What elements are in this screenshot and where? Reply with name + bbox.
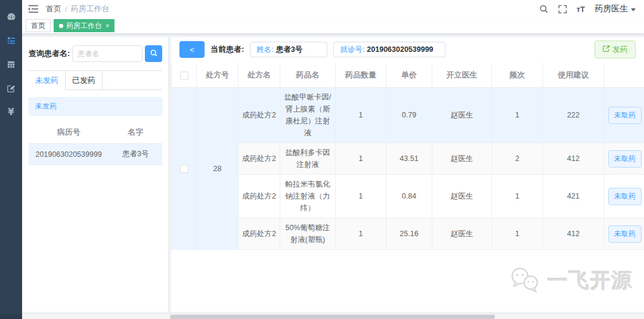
name-value: 患者3号 xyxy=(276,45,302,55)
pharmacy-workbench-app: ¥ 首页 / 药房工作台 тT 药房医生 xyxy=(0,0,644,319)
dispensing-panel: < 当前患者: 姓名: 患者3号 就诊号: 2019063020539999 xyxy=(171,37,644,312)
drug-qty: 1 xyxy=(336,88,386,143)
tag-home[interactable]: 首页 xyxy=(26,19,51,32)
top-navbar: 首页 / 药房工作台 тT 药房医生 xyxy=(22,0,644,18)
status-button[interactable]: 未取药 xyxy=(608,188,642,205)
col-actions xyxy=(604,63,644,88)
rx-type: 成药处方2 xyxy=(239,218,280,250)
column-header-name: 名字 xyxy=(109,122,162,144)
sidebar-item-fees[interactable]: ¥ xyxy=(0,100,22,124)
breadcrumb-home[interactable]: 首页 xyxy=(46,4,61,14)
font-size-icon[interactable]: тT xyxy=(577,5,585,14)
patient-name-input[interactable] xyxy=(72,45,143,62)
group-checkbox[interactable] xyxy=(180,165,188,173)
advice: 412 xyxy=(543,143,604,175)
user-dropdown[interactable]: 药房医生 xyxy=(595,4,636,14)
sidebar-item-table[interactable] xyxy=(0,52,22,76)
unit-price: 43.51 xyxy=(386,143,432,175)
col-doctor: 开立医生 xyxy=(432,63,492,88)
advice: 222 xyxy=(543,88,604,143)
current-patient-label: 当前患者: xyxy=(210,44,244,55)
dispense-label: 发药 xyxy=(612,44,628,55)
sidebar: ¥ xyxy=(0,0,22,314)
dashboard-icon xyxy=(7,12,16,21)
rx-type: 成药处方2 xyxy=(239,175,280,218)
collapse-sidebar-icon[interactable] xyxy=(28,4,39,14)
scrollbar-thumb[interactable] xyxy=(170,315,495,319)
sidebar-item-dashboard[interactable] xyxy=(0,5,22,29)
status-button[interactable]: 未取药 xyxy=(608,225,642,243)
drug-name: 帕拉米韦氯化钠注射液（力纬） xyxy=(280,175,336,218)
fullscreen-icon[interactable] xyxy=(558,5,567,14)
frequency: 1 xyxy=(492,175,543,218)
tags-view-bar: 首页 药房工作台 × xyxy=(22,18,644,34)
rx-header-row: 处方号 处方名 药品名 药品数量 单价 开立医生 频次 使用建议 xyxy=(172,63,644,88)
tab-undispensed[interactable]: 未发药 xyxy=(29,71,66,90)
dispense-status-tabs: 未发药 已发药 xyxy=(29,70,162,90)
close-icon[interactable]: × xyxy=(106,23,109,29)
search-icon xyxy=(150,49,158,59)
col-rx-no: 处方号 xyxy=(197,63,239,88)
frequency: 1 xyxy=(492,218,543,250)
rx-type: 成药处方2 xyxy=(239,88,280,143)
drug-qty: 1 xyxy=(336,175,386,218)
yen-icon: ¥ xyxy=(8,107,14,117)
chat-bubbles-icon xyxy=(508,266,543,295)
rx-row-2[interactable]: 成药处方2 盐酸利多卡因注射液 1 43.51 赵医生 2 412 未取药 xyxy=(172,143,644,175)
rx-no: 28 xyxy=(197,88,239,250)
current-patient-bar: < 当前患者: 姓名: 患者3号 就诊号: 2019063020539999 xyxy=(171,37,644,62)
col-drug-qty: 药品数量 xyxy=(336,63,386,88)
visit-value: 2019063020539999 xyxy=(367,45,433,54)
rx-row-3[interactable]: 成药处方2 帕拉米韦氯化钠注射液（力纬） 1 0.84 赵医生 1 421 未取… xyxy=(172,175,644,218)
tab-dispensed[interactable]: 已发药 xyxy=(66,71,103,90)
tag-pharmacy-workbench[interactable]: 药房工作台 × xyxy=(54,19,114,32)
rx-row-4[interactable]: 成药处方2 50%葡萄糖注射液(塑瓶) 1 25.16 赵医生 1 412 未取… xyxy=(172,218,644,250)
patient-list-table: 病历号 名字 2019063020539999 患者3号 xyxy=(29,122,162,165)
prescription-table-wrap: 处方号 处方名 药品名 药品数量 单价 开立医生 频次 使用建议 xyxy=(171,63,644,250)
col-rx-name: 处方名 xyxy=(239,63,280,88)
user-name: 药房医生 xyxy=(595,4,628,14)
doctor: 赵医生 xyxy=(432,218,492,250)
search-icon[interactable] xyxy=(539,4,549,14)
advice: 412 xyxy=(543,218,604,250)
patient-search-button[interactable] xyxy=(145,45,162,62)
col-unit-price: 单价 xyxy=(386,63,432,88)
tag-pharmacy-label: 药房工作台 xyxy=(66,21,102,31)
breadcrumb: 首页 / 药房工作台 xyxy=(46,4,110,14)
sidebar-item-worklist[interactable] xyxy=(0,29,22,52)
status-button[interactable]: 未取药 xyxy=(608,150,642,168)
watermark-text: 一飞开源 xyxy=(547,267,633,295)
status-button[interactable]: 未取药 xyxy=(608,107,642,124)
undispensed-banner: 未发药 xyxy=(29,97,162,116)
drug-name: 盐酸甲哌卡因/肾上腺素（斯康杜尼）注射液 xyxy=(280,88,336,143)
dispense-button[interactable]: 发药 xyxy=(595,41,636,58)
watermark: 一飞开源 xyxy=(508,266,633,295)
prescription-table: 处方号 处方名 药品名 药品数量 单价 开立医生 频次 使用建议 xyxy=(171,63,644,250)
select-all-checkbox[interactable] xyxy=(180,72,188,80)
col-frequency: 频次 xyxy=(492,63,543,88)
patient-name: 患者3号 xyxy=(109,144,162,165)
active-dot-icon xyxy=(59,24,63,28)
patient-record-no: 2019063020539999 xyxy=(29,144,109,165)
sidebar-item-edit[interactable] xyxy=(0,76,22,100)
visit-no-box: 就诊号: 2019063020539999 xyxy=(333,42,445,57)
patient-query-panel: 查询患者名: 未发药 已发药 未发药 xyxy=(23,37,169,312)
unit-price: 25.16 xyxy=(386,218,432,250)
patient-name-box: 姓名: 患者3号 xyxy=(250,42,327,57)
drug-qty: 1 xyxy=(336,218,386,250)
content-area: 查询患者名: 未发药 已发药 未发药 xyxy=(22,34,644,319)
advice: 421 xyxy=(543,175,604,218)
patient-row[interactable]: 2019063020539999 患者3号 xyxy=(29,144,162,165)
drug-name: 50%葡萄糖注射液(塑瓶) xyxy=(280,218,336,250)
visit-key: 就诊号: xyxy=(340,45,364,55)
worklist-icon xyxy=(7,36,16,45)
horizontal-scrollbar[interactable] xyxy=(22,314,644,319)
rx-row-1[interactable]: 28 成药处方2 盐酸甲哌卡因/肾上腺素（斯康杜尼）注射液 1 0.79 赵医生… xyxy=(172,88,644,143)
unit-price: 0.79 xyxy=(386,88,432,143)
rx-type: 成药处方2 xyxy=(239,143,280,175)
back-button[interactable]: < xyxy=(179,41,205,58)
table-icon xyxy=(7,60,16,69)
col-advice: 使用建议 xyxy=(543,63,604,88)
query-patient-label: 查询患者名: xyxy=(29,48,70,59)
drug-name: 盐酸利多卡因注射液 xyxy=(280,143,336,175)
